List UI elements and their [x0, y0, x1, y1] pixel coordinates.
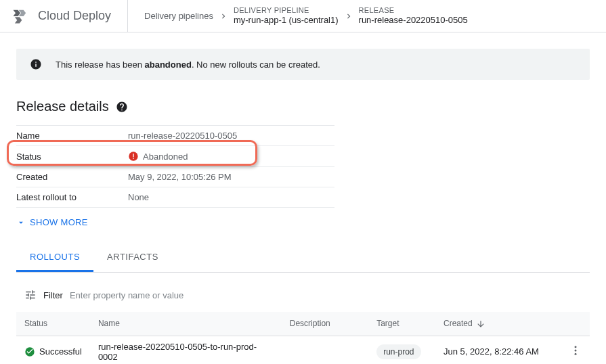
- tab-rollouts[interactable]: ROLLOUTS: [16, 244, 93, 272]
- product-name: Cloud Deploy: [38, 9, 111, 23]
- product-identity: Cloud Deploy: [11, 0, 128, 32]
- breadcrumb-link-pipelines[interactable]: Delivery pipelines: [144, 11, 213, 21]
- breadcrumb-release-value: run-release-20220510-0505: [359, 15, 468, 26]
- show-more-toggle[interactable]: SHOW MORE: [16, 217, 590, 227]
- show-more-label: SHOW MORE: [30, 217, 88, 227]
- details-table: Name run-release-20220510-0505 Status Ab…: [16, 125, 334, 208]
- detail-label: Name: [16, 126, 128, 146]
- chevron-right-icon: [219, 12, 228, 21]
- breadcrumb-release-label: RELEASE: [359, 5, 468, 15]
- breadcrumb-pipeline-label: DELIVERY PIPELINE: [234, 5, 339, 15]
- breadcrumb: Delivery pipelines DELIVERY PIPELINE my-…: [128, 5, 468, 26]
- svg-rect-2: [133, 158, 133, 159]
- breadcrumb-pipeline-value: my-run-app-1 (us-central1): [234, 15, 339, 26]
- cell-target: run-prod: [368, 336, 435, 364]
- detail-value: May 9, 2022, 10:05:26 PM: [128, 167, 334, 187]
- rollouts-table: Status Name Description Target Created S…: [16, 312, 590, 364]
- svg-point-5: [574, 350, 576, 352]
- filter-icon[interactable]: [24, 289, 37, 301]
- error-icon: [128, 151, 139, 162]
- arrow-down-icon: [476, 319, 485, 329]
- col-header-description[interactable]: Description: [282, 312, 368, 336]
- info-banner: This release has been abandoned. No new …: [16, 49, 590, 80]
- cell-status: Successful: [16, 336, 90, 364]
- detail-row-status: Status Abandoned: [16, 146, 334, 167]
- col-header-status[interactable]: Status: [16, 312, 90, 336]
- banner-text: This release has been abandoned. No new …: [56, 60, 320, 70]
- banner-text-prefix: This release has been: [56, 60, 145, 70]
- chevron-right-icon: [344, 12, 353, 21]
- chevron-down-icon: [16, 218, 26, 227]
- svg-rect-1: [133, 154, 133, 157]
- detail-value: run-release-20220510-0505: [128, 126, 334, 146]
- breadcrumb-pipeline[interactable]: DELIVERY PIPELINE my-run-app-1 (us-centr…: [234, 5, 339, 26]
- detail-row-latest: Latest rollout to None: [16, 187, 334, 208]
- detail-label: Status: [16, 146, 128, 167]
- app-header: Cloud Deploy Delivery pipelines DELIVERY…: [0, 0, 606, 32]
- target-pill: run-prod: [376, 344, 420, 359]
- detail-row-name: Name run-release-20220510-0505: [16, 126, 334, 146]
- tab-artifacts[interactable]: ARTIFACTS: [93, 244, 172, 272]
- filter-label: Filter: [43, 290, 63, 300]
- cell-created: Jun 5, 2022, 8:22:46 AM: [435, 336, 561, 364]
- filter-input[interactable]: [70, 290, 582, 300]
- page-title: Release details: [16, 99, 109, 114]
- tabs: ROLLOUTS ARTIFACTS: [16, 244, 590, 273]
- svg-point-4: [574, 346, 576, 348]
- banner-text-bold: abandoned: [145, 60, 192, 70]
- col-header-name[interactable]: Name: [90, 312, 282, 336]
- breadcrumb-release: RELEASE run-release-20220510-0505: [359, 5, 468, 26]
- cell-name[interactable]: run-release-20220510-0505-to-run-prod-00…: [90, 336, 282, 364]
- success-icon: [24, 346, 35, 357]
- main-content: This release has been abandoned. No new …: [0, 32, 606, 364]
- detail-label: Created: [16, 167, 128, 187]
- table-row: Successfulrun-release-20220510-0505-to-r…: [16, 336, 590, 364]
- cell-menu: [561, 336, 590, 364]
- detail-label: Latest rollout to: [16, 187, 128, 208]
- col-header-menu: [561, 312, 590, 336]
- filter-bar: Filter: [16, 283, 590, 306]
- detail-value: Abandoned: [128, 146, 334, 167]
- cloud-deploy-logo-icon: [11, 7, 30, 26]
- info-icon: [30, 58, 42, 70]
- help-icon[interactable]: [116, 101, 128, 113]
- col-header-created-text: Created: [443, 319, 473, 328]
- more-vert-icon[interactable]: [569, 344, 582, 357]
- detail-row-created: Created May 9, 2022, 10:05:26 PM: [16, 167, 334, 187]
- status-text: Successful: [39, 346, 82, 357]
- cell-description: [282, 336, 368, 364]
- svg-point-6: [574, 353, 576, 355]
- detail-value: None: [128, 187, 334, 208]
- col-header-target[interactable]: Target: [368, 312, 435, 336]
- section-header: Release details: [16, 99, 590, 114]
- col-header-created[interactable]: Created: [435, 312, 561, 336]
- banner-text-suffix: . No new rollouts can be created.: [192, 60, 320, 70]
- status-text: Abandoned: [143, 152, 188, 162]
